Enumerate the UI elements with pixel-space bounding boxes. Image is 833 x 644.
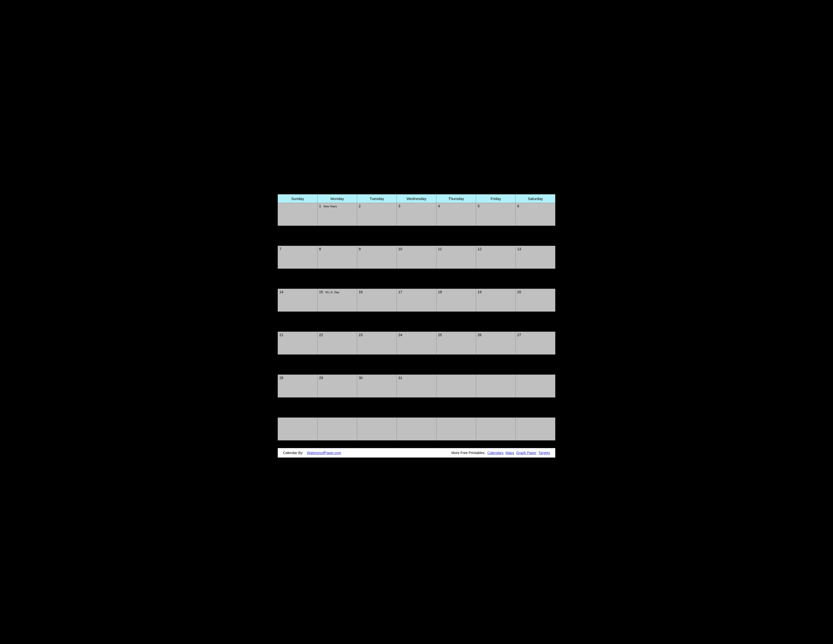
calendar-cell: [476, 375, 516, 397]
week-row-1: 78910111213: [278, 246, 555, 269]
maps-link[interactable]: Maps: [506, 451, 514, 455]
day-number: 14: [280, 290, 283, 294]
calendar-cell: [436, 417, 476, 440]
waterproof-link[interactable]: WaterproofPaper.com: [307, 451, 341, 455]
day-number: 18: [438, 290, 442, 294]
day-number: 28: [280, 376, 283, 380]
calendar-cell: 18: [436, 289, 476, 311]
week-row-4: 28293031: [278, 375, 555, 397]
spacer-row: [278, 397, 555, 417]
calendar-cell: [318, 417, 357, 440]
day-number: 25: [438, 333, 442, 337]
header-row: SundayMondayTuesdayWednesdayThursdayFrid…: [278, 194, 555, 203]
holiday-label: M.L.K. Day: [326, 291, 339, 294]
calendar-cell: 28: [278, 375, 318, 397]
header-cell-tuesday: Tuesday: [357, 194, 397, 203]
calendar-cell: 13: [516, 246, 555, 269]
week-row-5: [278, 417, 555, 440]
day-number: 6: [517, 204, 519, 208]
calendar-cell: 27: [516, 332, 555, 354]
calendar-by-label: Calendar By:: [283, 451, 304, 455]
day-number: 15: [319, 290, 323, 294]
week-row-0: 1New Years23456: [278, 203, 555, 225]
day-number: 29: [319, 376, 323, 380]
calendar-cell: 26: [476, 332, 516, 354]
calendar-cell: 16: [357, 289, 397, 311]
calendar-cell: [516, 417, 555, 440]
calendar-table: SundayMondayTuesdayWednesdayThursdayFrid…: [278, 194, 555, 440]
day-number: 12: [478, 247, 482, 251]
calendar-cell: 1New Years: [318, 203, 357, 225]
day-number: 9: [359, 247, 361, 251]
footer: Calendar By: WaterproofPaper.com More Fr…: [278, 448, 555, 457]
calendar-cell: 24: [397, 332, 436, 354]
calendar-cell: 11: [436, 246, 476, 269]
calendar-cell: [278, 203, 318, 225]
header-cell-monday: Monday: [318, 194, 357, 203]
calendar-cell: 6: [516, 203, 555, 225]
calendar-cell: 29: [318, 375, 357, 397]
header-cell-saturday: Saturday: [516, 194, 555, 203]
calendar-cell: 25: [436, 332, 476, 354]
calendar-cell: [278, 417, 318, 440]
day-number: 7: [280, 247, 281, 251]
calendar-cell: [436, 375, 476, 397]
calendar-cell: 31: [397, 375, 436, 397]
header-cell-thursday: Thursday: [436, 194, 476, 203]
more-printables-label: More Free Printables:: [451, 451, 486, 455]
spacer-row: [278, 225, 555, 246]
week-row-3: 21222324252627: [278, 332, 555, 354]
day-number: 8: [319, 247, 321, 251]
calendar-cell: 17: [397, 289, 436, 311]
day-number: 17: [398, 290, 402, 294]
calendar-cell: 3: [397, 203, 436, 225]
week-row-2: 1415M.L.K. Day1617181920: [278, 289, 555, 311]
calendar-wrapper: SundayMondayTuesdayWednesdayThursdayFrid…: [278, 187, 555, 446]
calendar-cell: 21: [278, 332, 318, 354]
calendar-cell: 4: [436, 203, 476, 225]
header-cell-sunday: Sunday: [278, 194, 318, 203]
day-number: 16: [359, 290, 363, 294]
calendar-cell: 30: [357, 375, 397, 397]
targets-link[interactable]: Targets: [539, 451, 550, 455]
holiday-label: New Years: [323, 205, 337, 208]
day-number: 13: [517, 247, 521, 251]
day-number: 22: [319, 333, 323, 337]
graph-paper-link[interactable]: Graph Paper: [516, 451, 536, 455]
day-number: 11: [438, 247, 442, 251]
calendar-cell: 19: [476, 289, 516, 311]
day-number: 19: [478, 290, 482, 294]
day-number: 4: [438, 204, 440, 208]
calendar-cell: 12: [476, 246, 516, 269]
day-number: 24: [398, 333, 402, 337]
calendar-cell: [476, 417, 516, 440]
calendar-cell: 15M.L.K. Day: [318, 289, 357, 311]
calendar-cell: 20: [516, 289, 555, 311]
day-number: 27: [517, 333, 521, 337]
footer-right: More Free Printables: Calendars Maps Gra…: [451, 451, 550, 455]
calendar-cell: [357, 417, 397, 440]
calendar-cell: 2: [357, 203, 397, 225]
day-number: 21: [280, 333, 283, 337]
calendar-cell: 7: [278, 246, 318, 269]
calendar-cell: [397, 417, 436, 440]
calendar-cell: 22: [318, 332, 357, 354]
calendar-cell: [516, 375, 555, 397]
day-number: 1: [319, 204, 321, 208]
calendar-cell: 9: [357, 246, 397, 269]
spacer-row: [278, 269, 555, 289]
calendar-cell: 14: [278, 289, 318, 311]
day-number: 20: [517, 290, 521, 294]
day-number: 5: [478, 204, 479, 208]
calendar-cell: 10: [397, 246, 436, 269]
day-number: 23: [359, 333, 363, 337]
day-number: 31: [398, 376, 402, 380]
calendars-link[interactable]: Calendars: [487, 451, 503, 455]
footer-left: Calendar By: WaterproofPaper.com: [283, 451, 341, 455]
calendar-cell: 5: [476, 203, 516, 225]
day-number: 30: [359, 376, 363, 380]
header-cell-friday: Friday: [476, 194, 516, 203]
calendar-cell: 8: [318, 246, 357, 269]
calendar-cell: 23: [357, 332, 397, 354]
header-cell-wednesday: Wednesday: [397, 194, 436, 203]
